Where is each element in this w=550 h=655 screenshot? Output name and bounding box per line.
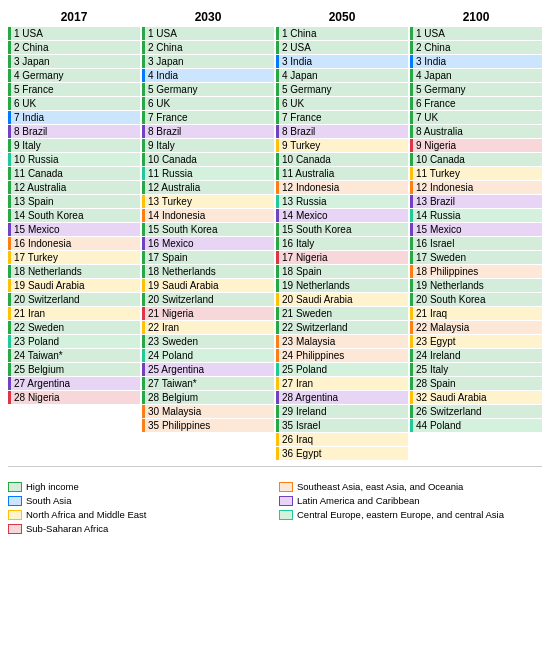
list-item: 3 India (410, 55, 542, 68)
list-item: 13 Turkey (142, 195, 274, 208)
list-item: 6 UK (8, 97, 140, 110)
list-item: 2 China (410, 41, 542, 54)
list-item: 25 Argentina (142, 363, 274, 376)
list-item: 15 Mexico (410, 223, 542, 236)
list-item: 24 Ireland (410, 349, 542, 362)
main-container: 20171 USA2 China3 Japan4 Germany5 France… (8, 10, 542, 534)
list-item: 22 Iran (142, 321, 274, 334)
list-item: 3 Japan (142, 55, 274, 68)
list-item: 20 Switzerland (142, 293, 274, 306)
list-item: 14 Mexico (276, 209, 408, 222)
col-header-2050: 2050 (276, 10, 408, 24)
list-item: 6 UK (276, 97, 408, 110)
list-item: 13 Brazil (410, 195, 542, 208)
list-item: 12 Indonesia (276, 181, 408, 194)
list-item: 12 Australia (8, 181, 140, 194)
list-item: 20 Switzerland (8, 293, 140, 306)
list-item: 9 Nigeria (410, 139, 542, 152)
list-item: 22 Switzerland (276, 321, 408, 334)
list-item: 5 Germany (142, 83, 274, 96)
list-item: 4 India (142, 69, 274, 82)
list-item: 44 Poland (410, 419, 542, 432)
legend-label: South Asia (26, 495, 71, 506)
list-item: 21 Sweden (276, 307, 408, 320)
list-item: 10 Canada (142, 153, 274, 166)
list-item: 21 Iran (8, 307, 140, 320)
list-item: 2 China (8, 41, 140, 54)
list-item: 28 Spain (410, 377, 542, 390)
list-item: 11 Canada (8, 167, 140, 180)
list-item: 1 USA (8, 27, 140, 40)
list-item: 10 Canada (276, 153, 408, 166)
legend-color-box (279, 482, 293, 492)
col-items-2050: 1 China2 USA3 India4 Japan5 Germany6 UK7… (276, 27, 408, 460)
list-item: 23 Sweden (142, 335, 274, 348)
legend-label: Sub-Saharan Africa (26, 523, 108, 534)
list-item: 6 UK (142, 97, 274, 110)
list-item: 24 Poland (142, 349, 274, 362)
list-item: 2 USA (276, 41, 408, 54)
list-item: 8 Australia (410, 125, 542, 138)
list-item: 19 Saudi Arabia (8, 279, 140, 292)
list-item: 22 Sweden (8, 321, 140, 334)
list-item: 12 Indonesia (410, 181, 542, 194)
col-2100: 21001 USA2 China3 India4 Japan5 Germany6… (410, 10, 542, 460)
list-item: 14 Russia (410, 209, 542, 222)
list-item: 8 Brazil (8, 125, 140, 138)
legend-label: Southeast Asia, east Asia, and Oceania (297, 481, 463, 492)
list-item: 6 France (410, 97, 542, 110)
list-item: 36 Egypt (276, 447, 408, 460)
list-item: 24 Taiwan* (8, 349, 140, 362)
list-item: 27 Taiwan* (142, 377, 274, 390)
list-item: 23 Egypt (410, 335, 542, 348)
col-header-2030: 2030 (142, 10, 274, 24)
legend-item: Southeast Asia, east Asia, and Oceania (279, 481, 542, 492)
list-item: 1 USA (142, 27, 274, 40)
legend-color-box (8, 524, 22, 534)
list-item: 35 Philippines (142, 419, 274, 432)
legend-item: High income (8, 481, 271, 492)
list-item: 1 China (276, 27, 408, 40)
col-2030: 20301 USA2 China3 Japan4 India5 Germany6… (142, 10, 274, 460)
list-item: 23 Poland (8, 335, 140, 348)
list-item: 15 South Korea (276, 223, 408, 236)
list-item: 2 China (142, 41, 274, 54)
list-item: 13 Spain (8, 195, 140, 208)
list-item: 4 Germany (8, 69, 140, 82)
list-item: 16 Mexico (142, 237, 274, 250)
legend-label: Latin America and Caribbean (297, 495, 420, 506)
legend-label: High income (26, 481, 79, 492)
legend-item: South Asia (8, 495, 271, 506)
list-item: 17 Nigeria (276, 251, 408, 264)
list-item: 20 Saudi Arabia (276, 293, 408, 306)
list-item: 27 Argentina (8, 377, 140, 390)
list-item: 10 Russia (8, 153, 140, 166)
list-item: 25 Poland (276, 363, 408, 376)
list-item: 18 Spain (276, 265, 408, 278)
legend-color-box (279, 510, 293, 520)
list-item: 26 Iraq (276, 433, 408, 446)
list-item: 3 India (276, 55, 408, 68)
list-item: 18 Philippines (410, 265, 542, 278)
list-item: 15 Mexico (8, 223, 140, 236)
legend-label: North Africa and Middle East (26, 509, 146, 520)
list-item: 9 Italy (8, 139, 140, 152)
list-item: 17 Spain (142, 251, 274, 264)
list-item: 14 South Korea (8, 209, 140, 222)
list-item: 7 India (8, 111, 140, 124)
list-item: 17 Sweden (410, 251, 542, 264)
list-item: 20 South Korea (410, 293, 542, 306)
list-item: 16 Italy (276, 237, 408, 250)
col-items-2030: 1 USA2 China3 Japan4 India5 Germany6 UK7… (142, 27, 274, 432)
list-item: 17 Turkey (8, 251, 140, 264)
list-item: 32 Saudi Arabia (410, 391, 542, 404)
col-items-2017: 1 USA2 China3 Japan4 Germany5 France6 UK… (8, 27, 140, 404)
list-item: 10 Canada (410, 153, 542, 166)
list-item: 19 Saudi Arabia (142, 279, 274, 292)
list-item: 26 Switzerland (410, 405, 542, 418)
list-item: 35 Israel (276, 419, 408, 432)
list-item: 19 Netherlands (276, 279, 408, 292)
columns-area: 20171 USA2 China3 Japan4 Germany5 France… (8, 10, 542, 460)
list-item: 19 Netherlands (410, 279, 542, 292)
list-item: 21 Nigeria (142, 307, 274, 320)
